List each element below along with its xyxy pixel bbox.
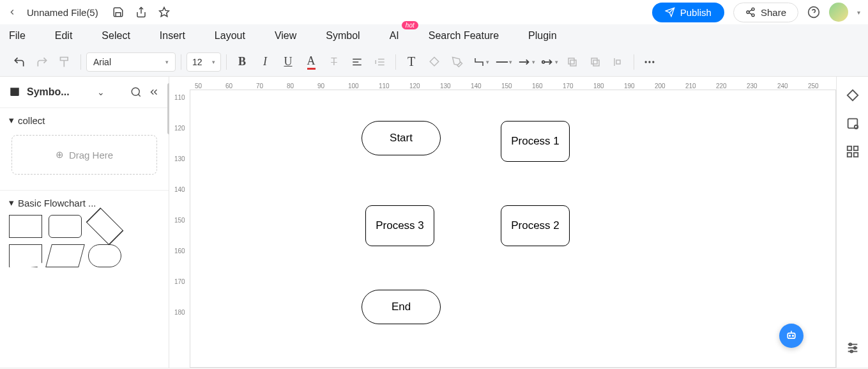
highlight-icon[interactable] <box>447 52 468 72</box>
align-icon[interactable] <box>347 52 367 72</box>
drag-here-label: Drag Here <box>69 150 113 161</box>
grid-panel-icon[interactable] <box>846 145 860 159</box>
svg-point-4 <box>752 8 754 10</box>
menu-layout[interactable]: Layout <box>215 30 245 42</box>
collapse-sidebar-icon[interactable] <box>148 86 160 98</box>
undo-icon[interactable] <box>9 52 29 72</box>
send-back-icon[interactable] <box>585 52 605 72</box>
svg-rect-42 <box>853 146 857 150</box>
svg-rect-23 <box>593 60 599 66</box>
settings-panel-icon[interactable] <box>846 341 860 355</box>
svg-point-19 <box>542 61 544 63</box>
help-icon[interactable] <box>807 6 820 19</box>
shape-end[interactable]: End <box>362 290 441 324</box>
back-icon[interactable] <box>8 8 18 17</box>
svg-point-29 <box>652 61 654 63</box>
fill-icon[interactable] <box>424 52 445 72</box>
shape-document[interactable] <box>9 244 42 267</box>
italic-icon[interactable]: I <box>255 52 275 72</box>
svg-point-27 <box>645 61 647 63</box>
search-icon[interactable] <box>130 86 142 98</box>
drag-here-zone[interactable]: ⊕ Drag Here <box>11 135 157 175</box>
font-select[interactable]: Arial▾ <box>86 52 176 72</box>
chevron-down-icon: ▾ <box>165 59 169 65</box>
font-size: 12 <box>192 57 202 67</box>
caret-down-icon: ▾ <box>9 114 14 126</box>
line-ends-icon[interactable]: ▾ <box>539 52 560 72</box>
menu-ai[interactable]: AIhot <box>390 30 399 42</box>
format-painter-icon[interactable] <box>55 52 75 72</box>
chevron-down-icon: ▾ <box>212 59 215 65</box>
font-name: Arial <box>93 57 111 67</box>
shape-process2[interactable]: Process 2 <box>501 205 570 246</box>
menu-select[interactable]: Select <box>102 30 130 42</box>
svg-point-28 <box>648 61 650 63</box>
svg-point-32 <box>132 88 139 95</box>
shape-process1[interactable]: Process 1 <box>501 121 570 162</box>
bring-front-icon[interactable] <box>562 52 582 72</box>
svg-rect-26 <box>616 60 620 64</box>
menu-edit[interactable]: Edit <box>55 30 73 42</box>
redo-icon[interactable] <box>32 52 52 72</box>
svg-rect-21 <box>568 58 574 64</box>
shape-diamond[interactable] <box>88 215 121 238</box>
font-size-select[interactable]: 12▾ <box>187 52 221 72</box>
menu-view[interactable]: View <box>275 30 296 42</box>
hot-badge: hot <box>402 21 418 29</box>
more-icon[interactable] <box>639 52 660 72</box>
svg-line-7 <box>749 13 752 15</box>
shape-terminator[interactable] <box>88 244 121 267</box>
svg-rect-44 <box>853 153 857 157</box>
svg-line-8 <box>749 10 752 12</box>
shape-parallelogram[interactable] <box>45 244 85 267</box>
svg-rect-41 <box>847 146 851 150</box>
underline-icon[interactable]: U <box>278 52 298 72</box>
menu-plugin[interactable]: Plugin <box>528 30 556 42</box>
line-style-icon[interactable]: ▾ <box>493 52 514 72</box>
library-icon <box>9 86 20 98</box>
shape-start[interactable]: Start <box>362 121 441 155</box>
svg-marker-38 <box>847 90 858 101</box>
canvas[interactable]: Start Process 1 Process 3 Process 2 End <box>190 90 836 368</box>
svg-rect-22 <box>570 60 576 66</box>
assistant-button[interactable] <box>779 324 803 348</box>
text-color-icon[interactable]: A <box>301 52 321 72</box>
file-title: Unnamed File(5) <box>27 7 98 18</box>
arrow-style-icon[interactable]: ▾ <box>516 52 537 72</box>
plus-icon: ⊕ <box>56 149 64 161</box>
menu-insert[interactable]: Insert <box>160 30 185 42</box>
svg-point-36 <box>793 335 794 336</box>
publish-button[interactable]: Publish <box>652 3 724 22</box>
shape-process3[interactable]: Process 3 <box>365 205 434 246</box>
bold-icon[interactable]: B <box>232 52 252 72</box>
connector-icon[interactable]: ▾ <box>470 52 491 72</box>
expand-icon[interactable]: ⌄ <box>97 87 105 97</box>
avatar[interactable] <box>829 3 848 22</box>
align-distribute-icon[interactable] <box>608 52 628 72</box>
ruler-vertical: 110 120 130 140 150 160 170 180 <box>169 90 190 368</box>
avatar-menu-caret[interactable]: ▾ <box>857 9 860 16</box>
section-collect[interactable]: ▾collect <box>9 114 160 126</box>
svg-rect-39 <box>848 119 857 129</box>
svg-rect-43 <box>847 153 851 157</box>
shape-rounded-rect[interactable] <box>49 215 82 238</box>
svg-marker-1 <box>159 8 169 17</box>
save-icon[interactable] <box>112 6 124 18</box>
line-spacing-icon[interactable] <box>370 52 390 72</box>
shape-rectangle[interactable] <box>9 215 42 238</box>
sidebar-title: Symbo... <box>27 86 88 98</box>
style-panel-icon[interactable] <box>846 88 860 102</box>
publish-label: Publish <box>680 7 712 18</box>
section-basic-flowchart[interactable]: ▾Basic Flowchart ... <box>9 197 160 208</box>
export-icon[interactable] <box>135 6 147 18</box>
star-icon[interactable] <box>158 6 170 18</box>
text-tool-icon[interactable]: T <box>401 52 422 72</box>
svg-point-5 <box>747 11 749 13</box>
caret-down-icon: ▾ <box>9 197 14 208</box>
share-button[interactable]: Share <box>733 3 798 22</box>
clear-format-icon[interactable]: T <box>324 52 344 72</box>
menu-search-feature[interactable]: Search Feature <box>429 30 499 42</box>
menu-file[interactable]: File <box>9 30 26 42</box>
page-setup-icon[interactable] <box>846 116 860 130</box>
menu-symbol[interactable]: Symbol <box>326 30 360 42</box>
